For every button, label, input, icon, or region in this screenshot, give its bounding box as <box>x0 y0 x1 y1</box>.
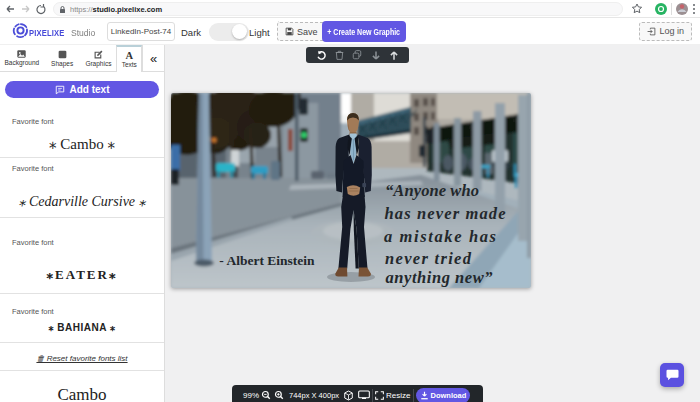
svg-text:- Albert Einstein: - Albert Einstein <box>219 253 315 268</box>
svg-text:never tried: never tried <box>385 249 472 268</box>
svg-text:a mistake has: a mistake has <box>384 227 496 246</box>
svg-text:has never made: has never made <box>385 204 506 223</box>
svg-text:anything new”: anything new” <box>386 268 493 287</box>
svg-text:“Anyone who: “Anyone who <box>385 181 479 200</box>
